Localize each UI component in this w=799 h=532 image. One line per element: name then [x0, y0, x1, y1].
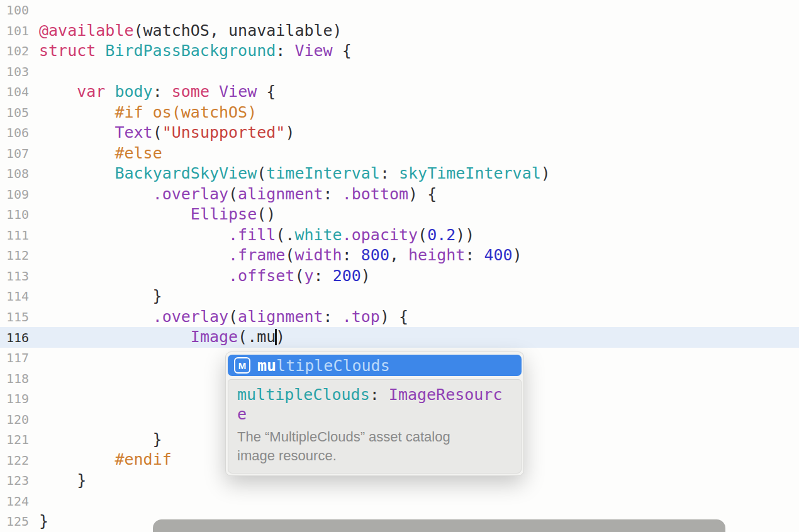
code-line[interactable]: 105 #if os(watchOS) [0, 103, 799, 123]
code-line[interactable]: 111 .fill(.white.opacity(0.2)) [0, 225, 799, 246]
autocomplete-popup: M multipleClouds multipleClouds: ImageRe… [225, 352, 524, 476]
code-token: 400 [484, 246, 512, 264]
code-line[interactable]: 114 } [0, 286, 799, 307]
line-number[interactable]: 106 [0, 125, 29, 140]
code-text[interactable]: BackyardSkyView(timeInterval: skyTimeInt… [39, 163, 550, 184]
code-token: : [276, 42, 294, 60]
code-line[interactable]: 124 [0, 490, 799, 511]
code-line[interactable]: 112 .frame(width: 800, height: 400) [0, 245, 799, 266]
code-line[interactable]: 104 var body: some View { [0, 82, 799, 103]
line-number[interactable]: 122 [0, 453, 29, 468]
line-number[interactable]: 121 [0, 432, 29, 447]
code-line[interactable]: 108 BackyardSkyView(timeInterval: skyTim… [0, 163, 799, 184]
code-text[interactable]: } [39, 511, 48, 532]
code-token: #endif [115, 450, 171, 468]
code-token: #if os(watchOS) [115, 103, 257, 121]
code-token: (.mu [238, 328, 276, 346]
code-token [39, 82, 77, 101]
code-line[interactable]: 100 [0, 0, 799, 21]
code-token: body [115, 82, 152, 101]
line-number[interactable]: 104 [0, 84, 29, 99]
code-token [39, 267, 228, 285]
code-text[interactable]: Ellipse() [39, 204, 276, 225]
code-line[interactable]: 115 .overlay(alignment: .top) { [0, 307, 799, 328]
code-token: .opacity [342, 226, 418, 244]
line-number[interactable]: 124 [0, 494, 29, 509]
line-number[interactable]: 113 [0, 269, 29, 284]
line-number[interactable]: 111 [0, 228, 29, 243]
code-text[interactable]: Text("Unsupported") [39, 123, 294, 143]
line-number[interactable]: 123 [0, 473, 29, 488]
code-text[interactable]: var body: some View { [39, 82, 276, 103]
code-line-current[interactable]: 116 Image(.mu) [0, 327, 799, 348]
code-token: Text [115, 123, 152, 141]
code-text[interactable]: .overlay(alignment: .top) { [39, 307, 408, 328]
code-text[interactable]: @available(watchOS, unavailable) [39, 21, 342, 42]
code-token: width [294, 246, 342, 264]
completion-label: multipleClouds [257, 357, 390, 375]
code-text[interactable]: Image(.mu) [39, 327, 285, 348]
code-token: ) [285, 123, 294, 141]
code-token: View [294, 42, 332, 60]
code-token: ( [294, 267, 304, 285]
line-number[interactable]: 118 [0, 371, 29, 386]
code-text[interactable]: #endif [39, 450, 172, 470]
line-number[interactable]: 125 [0, 514, 29, 529]
code-token: : [342, 246, 361, 264]
code-line[interactable]: 113 .offset(y: 200) [0, 266, 799, 287]
line-number[interactable]: 100 [0, 3, 29, 18]
code-token: 200 [333, 267, 361, 285]
code-token [39, 185, 153, 203]
code-token [39, 450, 115, 468]
code-token [39, 308, 153, 326]
line-number[interactable]: 116 [0, 330, 29, 345]
line-number[interactable]: 102 [0, 43, 29, 58]
code-token [39, 246, 228, 264]
line-number[interactable]: 110 [0, 207, 29, 222]
line-number[interactable]: 105 [0, 105, 29, 120]
code-text[interactable]: } [39, 286, 162, 307]
line-number[interactable]: 120 [0, 412, 29, 427]
line-number[interactable]: 115 [0, 309, 29, 324]
code-text[interactable]: } [39, 429, 162, 450]
code-token: : [370, 385, 389, 404]
line-number[interactable]: 101 [0, 23, 29, 38]
code-token: @available [39, 21, 134, 40]
code-token: BirdPassBackground [105, 42, 276, 60]
code-line[interactable]: 109 .overlay(alignment: .bottom) { [0, 184, 799, 205]
code-token: } [39, 512, 48, 530]
code-token: BackyardSkyView [115, 164, 257, 182]
code-token: : [153, 82, 172, 101]
code-token: : [465, 246, 484, 264]
autocomplete-selected-row[interactable]: M multipleClouds [228, 355, 522, 376]
code-line[interactable]: 101@available(watchOS, unavailable) [0, 21, 799, 42]
code-token: : [380, 164, 399, 182]
line-number[interactable]: 112 [0, 248, 29, 263]
code-text[interactable]: struct BirdPassBackground: View { [39, 41, 352, 62]
line-number[interactable]: 119 [0, 391, 29, 406]
code-token [39, 328, 191, 346]
code-token: () [257, 205, 276, 223]
line-number[interactable]: 103 [0, 64, 29, 79]
line-number[interactable]: 107 [0, 146, 29, 161]
code-token [39, 205, 191, 223]
code-text[interactable]: .fill(.white.opacity(0.2)) [39, 225, 474, 246]
code-text[interactable]: #else [39, 143, 162, 164]
line-number[interactable]: 117 [0, 350, 29, 365]
code-token: .offset [228, 267, 294, 285]
code-token: , [389, 246, 408, 264]
code-line[interactable]: 107 #else [0, 143, 799, 164]
code-line[interactable]: 103 [0, 62, 799, 82]
code-text[interactable]: } [39, 470, 86, 491]
line-number[interactable]: 114 [0, 289, 29, 304]
line-number[interactable]: 108 [0, 166, 29, 181]
code-line[interactable]: 102struct BirdPassBackground: View { [0, 41, 799, 62]
code-line[interactable]: 110 Ellipse() [0, 204, 799, 225]
code-text[interactable]: #if os(watchOS) [39, 103, 257, 123]
code-token: 800 [361, 246, 389, 264]
code-text[interactable]: .frame(width: 800, height: 400) [39, 245, 522, 266]
code-text[interactable]: .overlay(alignment: .bottom) { [39, 184, 437, 205]
code-line[interactable]: 106 Text("Unsupported") [0, 123, 799, 143]
code-text[interactable]: .offset(y: 200) [39, 266, 371, 287]
line-number[interactable]: 109 [0, 187, 29, 202]
